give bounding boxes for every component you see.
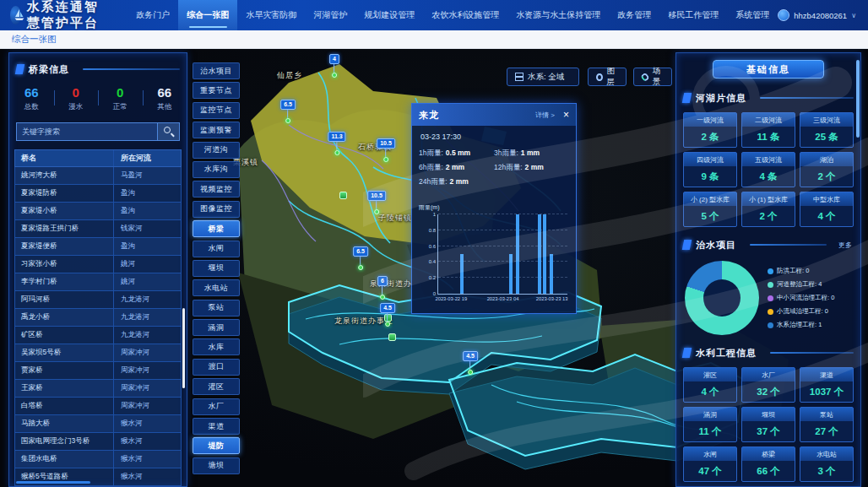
basic-info-button[interactable]: 基础信息 (713, 60, 824, 78)
works-card-水电站[interactable]: 水电站3 个 (800, 446, 854, 482)
camera-icon[interactable] (388, 333, 396, 341)
river-card-四级河流[interactable]: 四级河流9 条 (683, 152, 737, 187)
water-level-marker[interactable]: 10.5 (367, 186, 386, 214)
table-row[interactable]: 集团水电桥猴水河 (14, 451, 182, 468)
river-card-一级河流[interactable]: 一级河流2 条 (683, 112, 737, 148)
user-name: hhzb42080261 (794, 11, 847, 20)
water-level-marker[interactable]: 10.5 (377, 133, 395, 162)
river-card-湖泊[interactable]: 湖泊2 个 (800, 152, 854, 187)
table-row[interactable]: 夏家堤小桥盈沟 (14, 203, 182, 220)
legend-label: 河道整治工程: 4 (777, 280, 822, 289)
card-value: 4 个 (800, 206, 853, 226)
close-icon[interactable]: × (563, 110, 569, 120)
works-card-堰坝[interactable]: 堰坝37 个 (741, 407, 795, 442)
nav-item-水旱灾害防御[interactable]: 水旱灾害防御 (237, 0, 305, 30)
table-row[interactable]: 夏家堤便桥盈沟 (14, 238, 182, 256)
layer-item-水电站[interactable]: 水电站 (193, 279, 240, 296)
nav-item-河湖管护[interactable]: 河湖管护 (305, 0, 355, 30)
user-chip[interactable]: hhzb42080261 ∨ (778, 9, 868, 21)
map-control-水系: 全域[interactable]: 水系: 全域 (507, 68, 579, 86)
table-row[interactable]: 吴家坝5号桥周家冲河 (14, 344, 182, 362)
layer-item-渡口[interactable]: 渡口 (193, 359, 240, 376)
water-level-marker[interactable]: 11.3 (328, 127, 345, 155)
search-input[interactable] (16, 122, 158, 141)
layer-item-图像监控[interactable]: 图像监控 (193, 201, 240, 218)
layer-item-治水项目[interactable]: 治水项目 (193, 62, 240, 79)
table-row[interactable]: 白塔桥周家冲河 (14, 398, 182, 415)
water-level-marker[interactable]: 6.5 (353, 241, 368, 270)
y-tick-label: 0.2 (429, 275, 438, 280)
table-row[interactable]: 习家张小桥姚河 (14, 256, 182, 273)
layer-item-水库沟[interactable]: 水库沟 (193, 161, 240, 178)
table-row[interactable]: 阿玛河桥九龙港河 (14, 291, 182, 309)
table-row[interactable]: 姚河湾大桥马盈河 (14, 167, 182, 185)
water-level-marker[interactable]: 6 (377, 271, 388, 300)
table-row[interactable]: 马踏大桥猴水河 (14, 415, 182, 433)
water-level-marker[interactable]: 4.5 (380, 298, 395, 327)
works-card-灌区[interactable]: 灌区4 个 (683, 367, 737, 403)
water-level-marker[interactable]: 4 (329, 49, 339, 78)
popup-detail-link[interactable]: 详情 > (535, 111, 555, 120)
legend-dot-icon (768, 322, 773, 328)
layer-item-桥梁[interactable]: 桥梁 (193, 220, 240, 237)
breadcrumb[interactable]: 综合一张图 (12, 34, 57, 46)
table-row[interactable]: 国家电网理念门3号桥猴水河 (14, 433, 182, 451)
layer-item-水厂[interactable]: 水厂 (193, 398, 240, 415)
nav-item-综合一张图[interactable]: 综合一张图 (178, 0, 237, 30)
table-row[interactable]: 矿区桥九龙港河 (14, 327, 182, 344)
nav-item-移民工作管理[interactable]: 移民工作管理 (659, 0, 727, 30)
legend-item: 小流域治理工程: 0 (768, 307, 834, 316)
legend-dot-icon (768, 309, 773, 315)
layer-item-堤防[interactable]: 堤防 (193, 437, 240, 454)
table-row[interactable]: 贾家桥周家冲河 (14, 362, 182, 380)
layer-item-塘坝[interactable]: 塘坝 (193, 457, 240, 474)
river-card-小 (2) 型水库[interactable]: 小 (2) 型水库5 个 (683, 192, 737, 227)
table-row[interactable]: 禹龙小桥九龙港河 (14, 309, 182, 327)
table-vertical-scrollbar[interactable] (182, 308, 185, 388)
layer-item-涵洞[interactable]: 涵洞 (193, 319, 240, 336)
layer-item-泵站[interactable]: 泵站 (193, 300, 240, 317)
nav-item-规划建设管理[interactable]: 规划建设管理 (355, 0, 423, 30)
rain-bar (460, 254, 464, 294)
water-level-marker[interactable]: 6.5 (280, 95, 296, 123)
table-row[interactable]: 夏家堤路王拱门桥钱家河 (14, 220, 182, 238)
layer-item-灌区[interactable]: 灌区 (193, 378, 240, 395)
nav-item-水资源与水土保持管理[interactable]: 水资源与水土保持管理 (507, 0, 609, 30)
nav-item-农饮水利设施管理[interactable]: 农饮水利设施管理 (423, 0, 507, 30)
water-level-marker[interactable]: 4.5 (463, 346, 478, 375)
panel-scrollbar[interactable] (856, 60, 860, 138)
river-card-中型水库[interactable]: 中型水库4 个 (800, 192, 854, 227)
table-row[interactable]: 夏家堤防桥盈沟 (14, 185, 182, 203)
table-row[interactable]: 李学村门桥姚河 (14, 273, 182, 291)
layer-item-堰坝[interactable]: 堰坝 (193, 260, 240, 277)
river-card-五级河流[interactable]: 五级河流4 条 (741, 152, 795, 187)
search-button[interactable] (158, 122, 180, 141)
layer-item-渠道[interactable]: 渠道 (193, 418, 240, 435)
layer-item-水库[interactable]: 水库 (193, 338, 240, 355)
layer-item-河道沟[interactable]: 河道沟 (193, 142, 240, 159)
layer-item-视频监控[interactable]: 视频监控 (193, 181, 240, 198)
works-card-水厂[interactable]: 水厂32 个 (741, 367, 795, 403)
nav-item-政务门户[interactable]: 政务门户 (127, 0, 178, 30)
map-control-图层[interactable]: 图层 (588, 68, 627, 86)
map-control-场景[interactable]: 场景 (633, 68, 672, 86)
works-card-桥梁[interactable]: 桥梁66 个 (741, 446, 795, 482)
works-card-涵洞[interactable]: 涵洞11 个 (683, 407, 737, 442)
river-card-二级河流[interactable]: 二级河流11 条 (741, 112, 795, 148)
works-card-渠道[interactable]: 渠道1037 个 (800, 367, 854, 403)
camera-icon[interactable] (339, 192, 347, 199)
bridge-name-cell: 白塔桥 (15, 398, 113, 414)
nav-item-政务管理[interactable]: 政务管理 (609, 0, 659, 30)
table-horizontal-scrollbar[interactable] (16, 481, 90, 484)
works-card-水闸[interactable]: 水闸47 个 (683, 446, 737, 482)
river-card-小 (1) 型水库[interactable]: 小 (1) 型水库2 个 (741, 192, 795, 227)
layer-item-重要节点[interactable]: 重要节点 (193, 82, 240, 99)
more-link[interactable]: 更多 (838, 241, 852, 250)
layer-item-监测预警[interactable]: 监测预警 (193, 122, 240, 138)
layer-item-监控节点[interactable]: 监控节点 (193, 102, 240, 119)
table-row[interactable]: 王家桥周家冲河 (14, 380, 182, 398)
river-card-三级河流[interactable]: 三级河流25 条 (800, 112, 854, 148)
layer-item-水闸[interactable]: 水闸 (193, 241, 240, 257)
works-card-泵站[interactable]: 泵站27 个 (800, 407, 854, 442)
nav-item-系统管理[interactable]: 系统管理 (727, 0, 778, 30)
